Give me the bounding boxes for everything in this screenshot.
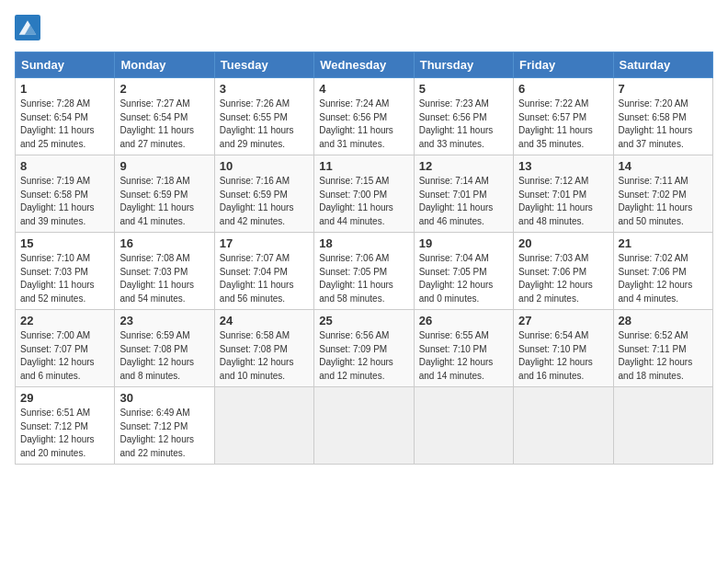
day-number: 8 [20, 159, 109, 173]
calendar-cell [514, 387, 613, 465]
day-info: Sunrise: 7:12 AM Sunset: 7:01 PM Dayligh… [518, 175, 608, 228]
day-number: 13 [518, 159, 608, 173]
day-number: 28 [619, 314, 708, 327]
day-info: Sunrise: 7:00 AM Sunset: 7:07 PM Dayligh… [20, 329, 109, 383]
calendar-cell: 10Sunrise: 7:16 AM Sunset: 6:59 PM Dayli… [214, 155, 313, 233]
calendar-week-row: 8Sunrise: 7:19 AM Sunset: 6:58 PM Daylig… [16, 155, 713, 233]
day-number: 15 [20, 236, 109, 250]
day-number: 17 [220, 236, 309, 250]
day-number: 4 [319, 82, 408, 96]
day-number: 3 [220, 82, 309, 96]
day-info: Sunrise: 7:06 AM Sunset: 7:05 PM Dayligh… [319, 252, 408, 305]
calendar-cell: 9Sunrise: 7:18 AM Sunset: 6:59 PM Daylig… [115, 155, 214, 233]
day-info: Sunrise: 7:28 AM Sunset: 6:54 PM Dayligh… [20, 98, 109, 151]
day-number: 18 [319, 236, 408, 250]
day-info: Sunrise: 6:54 AM Sunset: 7:10 PM Dayligh… [518, 329, 608, 383]
calendar-cell: 12Sunrise: 7:14 AM Sunset: 7:01 PM Dayli… [414, 155, 513, 233]
calendar-cell: 11Sunrise: 7:15 AM Sunset: 7:00 PM Dayli… [314, 155, 414, 233]
calendar-cell: 1Sunrise: 7:28 AM Sunset: 6:54 PM Daylig… [16, 78, 115, 155]
calendar-cell: 28Sunrise: 6:52 AM Sunset: 7:11 PM Dayli… [613, 310, 712, 387]
calendar-cell: 15Sunrise: 7:10 AM Sunset: 7:03 PM Dayli… [16, 233, 115, 310]
day-info: Sunrise: 7:26 AM Sunset: 6:55 PM Dayligh… [220, 98, 309, 151]
calendar-cell: 2Sunrise: 7:27 AM Sunset: 6:54 PM Daylig… [115, 78, 214, 155]
day-info: Sunrise: 7:27 AM Sunset: 6:54 PM Dayligh… [119, 98, 209, 151]
day-number: 26 [419, 314, 508, 327]
weekday-header-tuesday: Tuesday [214, 52, 313, 78]
day-info: Sunrise: 6:49 AM Sunset: 7:12 PM Dayligh… [119, 407, 209, 460]
day-number: 11 [319, 159, 408, 173]
weekday-header-friday: Friday [514, 52, 613, 78]
day-info: Sunrise: 7:11 AM Sunset: 7:02 PM Dayligh… [619, 175, 708, 228]
day-info: Sunrise: 6:59 AM Sunset: 7:08 PM Dayligh… [119, 329, 209, 383]
calendar-cell: 26Sunrise: 6:55 AM Sunset: 7:10 PM Dayli… [414, 310, 513, 387]
calendar-body: 1Sunrise: 7:28 AM Sunset: 6:54 PM Daylig… [16, 78, 713, 465]
day-info: Sunrise: 7:07 AM Sunset: 7:04 PM Dayligh… [220, 252, 309, 305]
day-info: Sunrise: 7:16 AM Sunset: 6:59 PM Dayligh… [220, 175, 309, 228]
calendar-cell [414, 387, 513, 465]
calendar-header-row: SundayMondayTuesdayWednesdayThursdayFrid… [16, 52, 713, 78]
weekday-header-monday: Monday [115, 52, 214, 78]
calendar-cell: 27Sunrise: 6:54 AM Sunset: 7:10 PM Dayli… [514, 310, 613, 387]
calendar-week-row: 29Sunrise: 6:51 AM Sunset: 7:12 PM Dayli… [16, 387, 713, 465]
day-number: 16 [119, 236, 209, 250]
calendar-cell [314, 387, 414, 465]
calendar-cell: 23Sunrise: 6:59 AM Sunset: 7:08 PM Dayli… [115, 310, 214, 387]
calendar-cell: 24Sunrise: 6:58 AM Sunset: 7:08 PM Dayli… [214, 310, 313, 387]
calendar-week-row: 22Sunrise: 7:00 AM Sunset: 7:07 PM Dayli… [16, 310, 713, 387]
calendar-cell: 25Sunrise: 6:56 AM Sunset: 7:09 PM Dayli… [314, 310, 414, 387]
day-info: Sunrise: 7:10 AM Sunset: 7:03 PM Dayligh… [20, 252, 109, 305]
logo-icon [15, 15, 40, 40]
day-number: 14 [619, 159, 708, 173]
day-info: Sunrise: 7:15 AM Sunset: 7:00 PM Dayligh… [319, 175, 408, 228]
day-number: 5 [419, 82, 508, 96]
day-info: Sunrise: 7:04 AM Sunset: 7:05 PM Dayligh… [419, 252, 508, 305]
calendar-cell: 22Sunrise: 7:00 AM Sunset: 7:07 PM Dayli… [16, 310, 115, 387]
calendar-week-row: 15Sunrise: 7:10 AM Sunset: 7:03 PM Dayli… [16, 233, 713, 310]
day-number: 7 [619, 82, 708, 96]
weekday-header-sunday: Sunday [16, 52, 115, 78]
weekday-header-saturday: Saturday [613, 52, 712, 78]
calendar-cell: 16Sunrise: 7:08 AM Sunset: 7:03 PM Dayli… [115, 233, 214, 310]
day-number: 21 [619, 236, 708, 250]
calendar-cell: 7Sunrise: 7:20 AM Sunset: 6:58 PM Daylig… [613, 78, 712, 155]
calendar-cell [613, 387, 712, 465]
day-info: Sunrise: 7:22 AM Sunset: 6:57 PM Dayligh… [518, 98, 608, 151]
calendar-cell: 30Sunrise: 6:49 AM Sunset: 7:12 PM Dayli… [115, 387, 214, 465]
calendar-week-row: 1Sunrise: 7:28 AM Sunset: 6:54 PM Daylig… [16, 78, 713, 155]
calendar-cell: 8Sunrise: 7:19 AM Sunset: 6:58 PM Daylig… [16, 155, 115, 233]
day-info: Sunrise: 6:58 AM Sunset: 7:08 PM Dayligh… [220, 329, 309, 383]
day-info: Sunrise: 7:18 AM Sunset: 6:59 PM Dayligh… [119, 175, 209, 228]
day-info: Sunrise: 7:24 AM Sunset: 6:56 PM Dayligh… [319, 98, 408, 151]
calendar-cell: 3Sunrise: 7:26 AM Sunset: 6:55 PM Daylig… [214, 78, 313, 155]
day-info: Sunrise: 6:51 AM Sunset: 7:12 PM Dayligh… [20, 407, 109, 460]
day-number: 23 [119, 314, 209, 327]
day-info: Sunrise: 7:23 AM Sunset: 6:56 PM Dayligh… [419, 98, 508, 151]
calendar-cell: 14Sunrise: 7:11 AM Sunset: 7:02 PM Dayli… [613, 155, 712, 233]
logo [15, 15, 44, 40]
day-info: Sunrise: 7:19 AM Sunset: 6:58 PM Dayligh… [20, 175, 109, 228]
day-number: 29 [20, 391, 109, 405]
day-info: Sunrise: 7:14 AM Sunset: 7:01 PM Dayligh… [419, 175, 508, 228]
calendar-cell: 29Sunrise: 6:51 AM Sunset: 7:12 PM Dayli… [16, 387, 115, 465]
calendar-cell: 21Sunrise: 7:02 AM Sunset: 7:06 PM Dayli… [613, 233, 712, 310]
calendar-cell: 5Sunrise: 7:23 AM Sunset: 6:56 PM Daylig… [414, 78, 513, 155]
calendar-cell: 18Sunrise: 7:06 AM Sunset: 7:05 PM Dayli… [314, 233, 414, 310]
day-number: 27 [518, 314, 608, 327]
day-number: 10 [220, 159, 309, 173]
calendar-cell: 6Sunrise: 7:22 AM Sunset: 6:57 PM Daylig… [514, 78, 613, 155]
day-info: Sunrise: 6:52 AM Sunset: 7:11 PM Dayligh… [619, 329, 708, 383]
day-info: Sunrise: 7:08 AM Sunset: 7:03 PM Dayligh… [119, 252, 209, 305]
header [15, 15, 713, 40]
day-info: Sunrise: 7:02 AM Sunset: 7:06 PM Dayligh… [619, 252, 708, 305]
day-info: Sunrise: 7:03 AM Sunset: 7:06 PM Dayligh… [518, 252, 608, 305]
day-number: 2 [119, 82, 209, 96]
day-info: Sunrise: 7:20 AM Sunset: 6:58 PM Dayligh… [619, 98, 708, 151]
day-number: 22 [20, 314, 109, 327]
day-number: 30 [119, 391, 209, 405]
day-number: 19 [419, 236, 508, 250]
day-number: 1 [20, 82, 109, 96]
calendar-cell: 19Sunrise: 7:04 AM Sunset: 7:05 PM Dayli… [414, 233, 513, 310]
day-number: 24 [220, 314, 309, 327]
day-number: 12 [419, 159, 508, 173]
day-info: Sunrise: 6:56 AM Sunset: 7:09 PM Dayligh… [319, 329, 408, 383]
